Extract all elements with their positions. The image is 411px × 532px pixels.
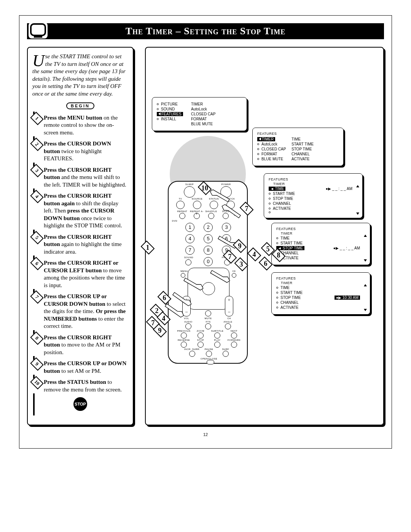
callout-8: 8 — [277, 251, 280, 259]
stop-badge: STOP — [32, 397, 128, 411]
step-5: Press the CURSOR RIGHT button again to h… — [32, 233, 128, 256]
callout-9b: 9 — [158, 327, 162, 335]
callout-6b: 6 — [163, 294, 166, 302]
header-bar: The Timer – Setting the Stop Time — [27, 23, 384, 39]
callout-7: 7 — [245, 205, 249, 213]
step-9: Press the CURSOR UP or DOWN button to se… — [32, 360, 128, 375]
intro-text: Use the START TIME control to set the TV… — [32, 53, 128, 97]
osd-menu-1: PICTURE SOUND FEATURES INSTALL TIMER Aut… — [152, 97, 247, 131]
callout-4: 4 — [253, 251, 256, 259]
osd-menu-4: FEATURES TIMER TIME START TIME ◄ STOP TI… — [271, 223, 370, 265]
callout-7c: 7 — [151, 319, 155, 327]
step-6: Press the CURSOR RIGHT or CURSOR LEFT bu… — [32, 259, 128, 289]
instructions-panel: Use the START TIME control to set the TV… — [27, 47, 134, 425]
dropcap: U — [32, 54, 45, 67]
callout-4b: 4 — [162, 315, 166, 323]
svg-rect-0 — [31, 24, 45, 35]
step-10: Press the STATUS button to remove the me… — [32, 379, 128, 393]
callout-10: 10 — [201, 184, 208, 192]
callout-5: 5 — [266, 245, 270, 253]
diagram-panel: PICTURE SOUND FEATURES INSTALL TIMER Aut… — [145, 47, 384, 425]
step-2: Press the CURSOR DOWN button twice to hi… — [32, 140, 128, 163]
begin-badge: BEGIN — [32, 102, 128, 110]
callout-9: 9 — [238, 242, 242, 250]
callout-6: 6 — [264, 260, 268, 268]
step-8: Press the CURSOR RIGHT button to move to… — [32, 334, 128, 356]
steps-list: Press the MENU button on the remote cont… — [32, 114, 128, 394]
osd-menu-2: FEATURES TIMER AutoLock CLOSED CAP FORMA… — [252, 128, 344, 166]
callout-1: 1 — [146, 244, 150, 252]
tv-icon — [29, 22, 48, 38]
callout-3: 3 — [240, 260, 243, 268]
osd-menu-5: FEATURES TIMER TIME START TIME STOP TIME… — [271, 272, 370, 315]
page-number: 12 — [27, 432, 384, 437]
step-7: Press the CURSOR UP or CURSOR DOWN butto… — [32, 293, 128, 330]
callout-7b: 7 — [228, 253, 232, 261]
page-frame: The Timer – Setting the Stop Time Use th… — [19, 15, 392, 449]
osd-menu-3: FEATURES TIMER ◄ TIME●▶ _ _ : _ _ AM STA… — [264, 173, 363, 218]
step-4: Press the CURSOR RIGHT button again to s… — [32, 192, 128, 230]
step-3: Press the CURSOR RIGHT button and the me… — [32, 166, 128, 189]
step-1: Press the MENU button on the remote cont… — [32, 114, 128, 137]
callout-2: 2 — [155, 307, 159, 315]
page-title: The Timer – Setting the Stop Time — [126, 26, 286, 37]
